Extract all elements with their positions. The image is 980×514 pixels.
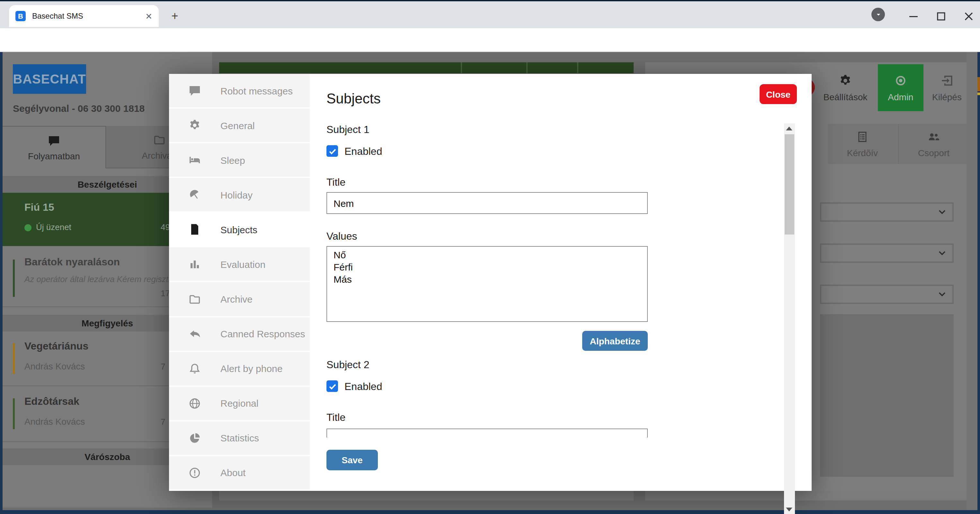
admin-button[interactable]: Admin <box>878 64 923 111</box>
menu-item-holiday[interactable]: Holiday <box>169 178 310 213</box>
right-panel-bottom-sliver <box>645 491 969 501</box>
chat-panel-bottom-sliver <box>219 491 634 501</box>
menu-label: Evaluation <box>220 259 266 270</box>
dropdown-select-2[interactable] <box>820 243 954 263</box>
subject1-values-label: Values <box>326 231 357 242</box>
chevron-down-icon <box>874 11 882 18</box>
header-divider <box>526 62 528 73</box>
minimize-button[interactable] <box>907 10 920 22</box>
tab-label: Csoport <box>918 148 950 158</box>
header-divider <box>461 62 462 73</box>
edge-artifact <box>977 92 980 95</box>
browser-tab[interactable]: B Basechat SMS ✕ <box>9 5 159 27</box>
tab-favicon: B <box>16 11 26 21</box>
eye-icon <box>894 73 907 87</box>
people-icon <box>927 130 940 143</box>
conversation-title: Barátok nyaraláson <box>24 256 120 268</box>
logout-label: Kilépés <box>932 92 962 102</box>
tab-close-icon[interactable]: ✕ <box>145 12 152 20</box>
logout-button[interactable]: Kilépés <box>924 64 970 111</box>
menu-item-canned-responses[interactable]: Canned Responses <box>169 317 310 352</box>
menu-item-sleep[interactable]: Sleep <box>169 143 310 178</box>
media-chevron-button[interactable] <box>872 8 885 21</box>
scrollbar-thumb[interactable] <box>784 134 794 234</box>
scroll-down-arrow-icon[interactable] <box>786 508 792 511</box>
watch-color-stripe <box>13 343 15 374</box>
menu-item-alert-by-phone[interactable]: Alert by phone <box>169 352 310 387</box>
new-tab-button[interactable]: + <box>167 8 183 24</box>
subject2-title-input[interactable] <box>326 428 648 438</box>
tab-label: Folyamatban <box>28 151 80 161</box>
chevron-down-icon <box>937 289 947 299</box>
menu-item-statistics[interactable]: Statistics <box>169 422 310 456</box>
app-logo: BASECHAT <box>13 64 86 94</box>
settings-button[interactable]: Beállítások <box>813 64 878 111</box>
tab-folyamatban[interactable]: Folyamatban <box>3 126 106 168</box>
scroll-up-arrow-icon[interactable] <box>786 127 792 130</box>
bed-icon <box>188 154 201 166</box>
bell-icon <box>188 362 201 375</box>
tab-csoport[interactable]: Csoport <box>898 124 969 164</box>
subject1-title-label: Title <box>326 177 345 188</box>
watch-person: András Kovács <box>24 416 85 426</box>
settings-label: Beállítások <box>824 92 867 102</box>
menu-item-general[interactable]: General <box>169 108 310 143</box>
settings-modal: Robot messages General Sleep Holiday Sub… <box>169 74 811 491</box>
conversation-title: Fiú 15 <box>24 202 54 213</box>
dropdown-select-3[interactable] <box>820 285 954 304</box>
menu-item-archive[interactable]: Archive <box>169 282 310 317</box>
chat-icon <box>48 134 60 147</box>
helpline-tagline: Segélyvonal - 06 30 300 1818 <box>13 103 145 114</box>
folder-icon <box>188 293 201 306</box>
chevron-down-icon <box>937 207 947 217</box>
menu-label: Sleep <box>220 154 245 165</box>
tab-kerdoiv[interactable]: Kérdõív <box>828 124 897 164</box>
watch-time: 7 <box>161 417 165 426</box>
menu-label: Alert by phone <box>220 363 282 374</box>
window-frame-right <box>977 52 980 514</box>
menu-item-robot-messages[interactable]: Robot messages <box>169 74 310 108</box>
save-button[interactable]: Save <box>326 450 378 470</box>
conversation-status: Új üzenet <box>36 222 71 232</box>
menu-label: Canned Responses <box>220 328 305 339</box>
dropdown-select-1[interactable] <box>820 202 954 222</box>
chat-panel-header <box>219 62 634 73</box>
screen: B Basechat SMS ✕ + smsloho.basechat.com/… <box>0 0 980 514</box>
menu-item-subjects[interactable]: Subjects <box>169 213 310 248</box>
subject1-enabled-label: Enabled <box>344 146 382 158</box>
alphabetize-button[interactable]: Alphabetize <box>582 331 648 351</box>
settings-scroll-area: Subject 1 Enabled Title Values Nő Férfi … <box>310 124 783 438</box>
maximize-button[interactable] <box>935 10 947 22</box>
page-scrollbar[interactable] <box>967 52 977 510</box>
subject1-title-input[interactable] <box>326 192 648 214</box>
gear-icon <box>188 119 201 132</box>
subject1-enabled-checkbox[interactable] <box>326 145 338 157</box>
window-frame-bottom <box>0 510 980 514</box>
window-frame-left <box>0 52 3 514</box>
watch-color-stripe <box>13 398 15 429</box>
form-icon <box>856 130 869 143</box>
pie-chart-icon <box>188 432 201 445</box>
close-window-button[interactable] <box>963 10 975 22</box>
browser-toolbar: smsloho.basechat.com/BasechatSMS/16_1843… <box>0 28 980 52</box>
browser-titlebar: B Basechat SMS ✕ + <box>0 1 980 28</box>
watch-person: András Kovács <box>24 361 85 371</box>
menu-label: Archive <box>220 294 253 304</box>
chevron-down-icon <box>937 248 947 258</box>
watch-title: Vegetáriánus <box>24 341 88 352</box>
right-panel-textbox[interactable] <box>820 314 954 477</box>
subject1-values-textarea[interactable]: Nő Férfi Más <box>326 246 648 322</box>
menu-item-about[interactable]: About <box>169 456 310 491</box>
close-button[interactable]: Close <box>760 84 797 104</box>
logout-icon <box>940 73 954 87</box>
modal-scrollbar[interactable] <box>784 123 795 514</box>
edge-artifact <box>977 77 980 91</box>
subject2-enabled-checkbox[interactable] <box>326 380 338 392</box>
document-icon <box>188 223 201 236</box>
menu-item-evaluation[interactable]: Evaluation <box>169 248 310 282</box>
check-icon <box>328 146 337 156</box>
menu-item-regional[interactable]: Regional <box>169 387 310 421</box>
menu-label: Regional <box>220 398 258 409</box>
subject2-title-label: Title <box>326 412 345 423</box>
watch-time: 7 <box>161 362 165 371</box>
